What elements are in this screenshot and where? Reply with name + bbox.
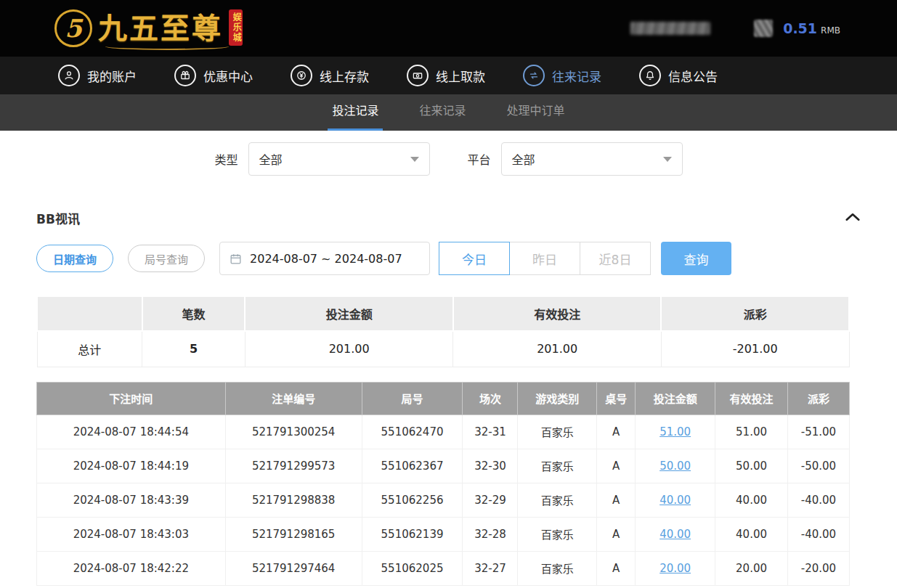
bet-amount-link[interactable]: 50.00 xyxy=(659,460,691,473)
date-query-button[interactable]: 日期查询 xyxy=(36,245,113,272)
summary-header-count: 笔数 xyxy=(142,296,245,331)
logo-emblem-icon: 5 xyxy=(54,9,92,47)
type-select-value: 全部 xyxy=(259,150,283,168)
platform-select[interactable]: 全部 xyxy=(501,142,683,176)
collapse-chevron-up-icon[interactable] xyxy=(845,211,861,225)
records-icon xyxy=(523,65,545,86)
nav-label: 线上取款 xyxy=(436,67,485,85)
brand-logo[interactable]: 5 九五至尊 娱乐城 xyxy=(54,9,243,47)
cell-payout: -50.00 xyxy=(787,449,849,483)
type-filter-group: 类型 全部 xyxy=(214,142,429,176)
cell-bet-time: 2024-08-07 18:43:03 xyxy=(37,517,226,551)
header-game-type: 游戏类别 xyxy=(518,382,597,415)
table-row: 2024-08-07 18:44:54 521791300254 5510624… xyxy=(37,415,850,449)
summary-total-row: 总计 5 201.00 201.00 -201.00 xyxy=(37,331,849,367)
query-controls: 日期查询 局号查询 2024-08-07 ~ 2024-08-07 今日 昨日 … xyxy=(36,242,861,275)
nav-label: 线上存款 xyxy=(320,67,369,85)
date-range-input[interactable]: 2024-08-07 ~ 2024-08-07 xyxy=(219,242,430,275)
nav-item-deposit[interactable]: 线上存款 xyxy=(291,65,369,86)
tab-bet-records[interactable]: 投注记录 xyxy=(328,94,383,131)
cell-round: 551062256 xyxy=(362,483,463,517)
header-table-no: 桌号 xyxy=(597,382,636,415)
bet-amount-link[interactable]: 40.00 xyxy=(659,494,691,507)
header-bet-id: 注单编号 xyxy=(225,382,362,415)
cell-bet-time: 2024-08-07 18:43:39 xyxy=(37,483,226,517)
table-row: 2024-08-07 18:43:03 521791298165 5510621… xyxy=(37,517,850,551)
cell-bet-time: 2024-08-07 18:44:54 xyxy=(37,415,226,449)
logo-badge: 娱乐城 xyxy=(229,9,243,46)
summary-header-valid-bet: 有效投注 xyxy=(453,296,661,331)
platform-filter-group: 平台 全部 xyxy=(468,142,683,176)
cell-game-type: 百家乐 xyxy=(518,449,597,483)
type-select[interactable]: 全部 xyxy=(248,142,430,176)
tab-processing-orders[interactable]: 处理中订单 xyxy=(503,94,569,131)
cell-valid-bet: 40.00 xyxy=(715,517,788,551)
nav-item-records[interactable]: 往来记录 xyxy=(523,65,601,86)
round-query-button[interactable]: 局号查询 xyxy=(128,245,205,272)
cell-payout: -40.00 xyxy=(787,517,849,551)
logo-text: 九五至尊 xyxy=(98,14,223,43)
cell-bet-id: 521791298838 xyxy=(225,483,362,517)
gift-icon xyxy=(174,65,196,86)
filter-bar: 类型 全部 平台 全部 xyxy=(0,131,897,186)
section-title: BB视讯 xyxy=(36,209,80,227)
table-row: 2024-08-07 18:42:22 521791297464 5510620… xyxy=(37,551,850,585)
detail-header-row: 下注时间 注单编号 局号 场次 游戏类别 桌号 投注金额 有效投注 派彩 xyxy=(37,382,850,415)
nav-label: 信息公告 xyxy=(668,67,718,85)
cell-game-type: 百家乐 xyxy=(518,517,597,551)
cell-table-no: A xyxy=(597,483,636,517)
summary-header-empty xyxy=(37,296,142,331)
cell-table-no: A xyxy=(597,551,636,585)
cell-bet-time: 2024-08-07 18:44:19 xyxy=(37,449,226,483)
nav-item-announcements[interactable]: 信息公告 xyxy=(639,65,718,86)
cell-session: 32-29 xyxy=(463,483,518,517)
cell-payout: -20.00 xyxy=(787,551,849,585)
summary-valid-bet: 201.00 xyxy=(453,331,661,367)
bet-records-table: 下注时间 注单编号 局号 场次 游戏类别 桌号 投注金额 有效投注 派彩 202… xyxy=(36,382,850,586)
nav-item-my-account[interactable]: 我的账户 xyxy=(58,65,137,86)
cell-game-type: 百家乐 xyxy=(518,483,597,517)
search-button[interactable]: 查询 xyxy=(661,242,731,275)
summary-table: 笔数 投注金额 有效投注 派彩 总计 5 201.00 201.00 -201.… xyxy=(36,295,850,367)
username-redacted xyxy=(630,22,710,35)
date-range-value: 2024-08-07 ~ 2024-08-07 xyxy=(250,252,402,266)
cell-session: 32-31 xyxy=(463,415,518,449)
tab-transaction-records[interactable]: 往来记录 xyxy=(415,94,470,131)
platform-select-value: 全部 xyxy=(512,150,535,168)
cell-round: 551062139 xyxy=(362,517,463,551)
nav-item-promotions[interactable]: 优惠中心 xyxy=(174,65,253,86)
chevron-down-icon xyxy=(410,157,419,162)
platform-filter-label: 平台 xyxy=(468,150,491,168)
chevron-down-icon xyxy=(663,157,672,162)
cell-bet-time: 2024-08-07 18:42:22 xyxy=(37,551,226,585)
cell-valid-bet: 51.00 xyxy=(715,415,788,449)
table-row: 2024-08-07 18:44:19 521791299573 5510623… xyxy=(37,449,850,483)
summary-header-bet-amount: 投注金额 xyxy=(245,296,452,331)
nav-item-withdraw[interactable]: 线上取款 xyxy=(407,65,485,86)
cell-game-type: 百家乐 xyxy=(518,415,597,449)
nav-label: 优惠中心 xyxy=(203,67,253,85)
bet-amount-link[interactable]: 20.00 xyxy=(659,562,691,575)
header-valid-bet: 有效投注 xyxy=(715,382,788,415)
last-8-days-button[interactable]: 近8日 xyxy=(580,242,651,275)
summary-header-payout: 派彩 xyxy=(661,296,849,331)
wallet-icon-redacted xyxy=(754,20,773,37)
cell-bet-id: 521791299573 xyxy=(225,449,362,483)
cell-payout: -40.00 xyxy=(787,483,849,517)
balance-currency: RMB xyxy=(821,25,840,36)
cell-payout: -51.00 xyxy=(787,415,849,449)
cell-bet-id: 521791298165 xyxy=(225,517,362,551)
today-button[interactable]: 今日 xyxy=(439,242,510,275)
cell-bet-id: 521791297464 xyxy=(225,551,362,585)
summary-count: 5 xyxy=(142,331,245,367)
balance-amount: 0.51 xyxy=(783,20,817,36)
summary-payout: -201.00 xyxy=(661,331,849,367)
bet-amount-link[interactable]: 40.00 xyxy=(659,528,691,541)
cell-table-no: A xyxy=(597,415,636,449)
header-bet-time: 下注时间 xyxy=(37,382,226,415)
yesterday-button[interactable]: 昨日 xyxy=(509,242,580,275)
summary-header-row: 笔数 投注金额 有效投注 派彩 xyxy=(37,296,849,331)
bet-amount-link[interactable]: 51.00 xyxy=(659,425,691,438)
balance-area: 0.51 RMB xyxy=(754,20,840,37)
top-header: 5 九五至尊 娱乐城 0.51 RMB xyxy=(0,0,897,57)
